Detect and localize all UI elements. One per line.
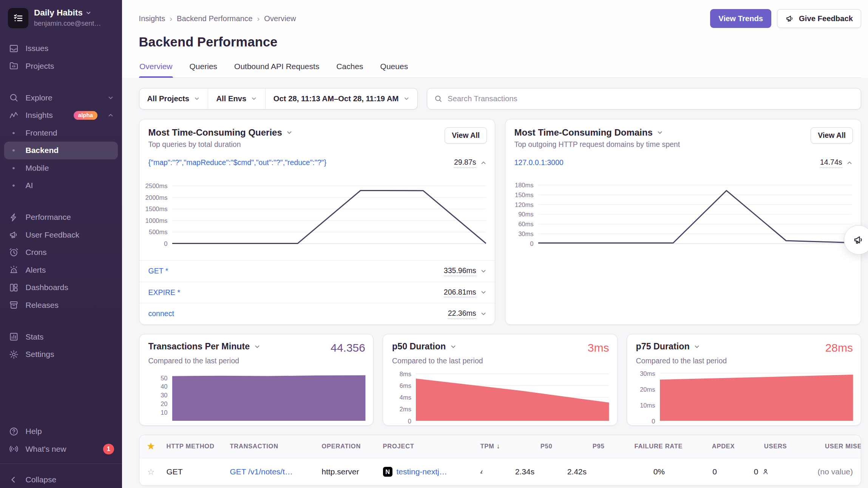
sidebar-item-mobile[interactable]: • Mobile bbox=[0, 159, 122, 177]
metric-value: 3ms bbox=[588, 341, 609, 354]
panel-subtitle: Top outgoing HTTP request domains by tim… bbox=[514, 140, 680, 149]
view-trends-button[interactable]: View Trends bbox=[710, 9, 771, 28]
query-link[interactable]: EXPIRE * bbox=[148, 288, 181, 297]
col-p95[interactable]: P95 bbox=[552, 443, 604, 450]
sidebar-item-dashboards[interactable]: Dashboards bbox=[0, 279, 122, 297]
metric-value: 44.356 bbox=[331, 341, 365, 354]
breadcrumb-overview[interactable]: Overview bbox=[264, 14, 296, 23]
metric-subtitle: Compared to the last period bbox=[383, 357, 617, 365]
chevron-down-icon[interactable] bbox=[286, 129, 293, 136]
breadcrumb-backend-performance[interactable]: Backend Performance bbox=[177, 14, 252, 23]
chevron-down-icon[interactable] bbox=[450, 343, 457, 350]
cell-transaction-link[interactable]: GET /v1/notes/t… bbox=[230, 467, 322, 476]
metric-subtitle: Compared to the last period bbox=[139, 357, 374, 365]
p50-duration-widget: p50 Duration 3ms Compared to the last pe… bbox=[383, 334, 618, 426]
chevron-down-icon bbox=[107, 94, 114, 101]
sidebar-item-alerts[interactable]: Alerts bbox=[0, 261, 122, 279]
tab-overview[interactable]: Overview bbox=[139, 60, 173, 77]
org-switcher[interactable]: Daily Habits benjamin.coe@sent… bbox=[0, 0, 122, 34]
chevron-down-icon[interactable] bbox=[693, 343, 700, 350]
sidebar-item-help[interactable]: Help bbox=[0, 423, 122, 440]
insights-icon bbox=[8, 110, 19, 120]
bullet-icon: • bbox=[8, 128, 19, 137]
query-link[interactable]: GET * bbox=[148, 267, 168, 275]
cell-project-link[interactable]: testing-nextj… bbox=[397, 467, 447, 476]
col-user-misery[interactable]: USER MISERY bbox=[787, 443, 861, 450]
sidebar-item-projects[interactable]: Projects bbox=[0, 57, 122, 75]
query-total-toggle[interactable]: 206.81ms bbox=[444, 288, 487, 298]
queries-view-all-button[interactable]: View All bbox=[445, 127, 487, 144]
tab-outbound-api-requests[interactable]: Outbound API Requests bbox=[234, 60, 320, 77]
tab-caches[interactable]: Caches bbox=[336, 60, 364, 77]
environment-filter[interactable]: All Envs bbox=[208, 88, 265, 109]
star-toggle-icon[interactable]: ☆ bbox=[147, 467, 167, 477]
sidebar-item-releases[interactable]: Releases bbox=[0, 297, 122, 314]
col-tpm[interactable]: TPM↓ bbox=[480, 442, 500, 450]
give-feedback-button[interactable]: Give Feedback bbox=[777, 9, 861, 28]
chevron-down-icon[interactable] bbox=[656, 129, 663, 136]
date-range-filter[interactable]: Oct 28, 11:13 AM–Oct 28, 11:19 AM bbox=[265, 88, 417, 109]
chevron-down-icon bbox=[480, 310, 487, 317]
project-filter[interactable]: All Projects bbox=[139, 88, 208, 109]
query-link[interactable]: {"map":"?","mapReduce":"$cmd","out":"?",… bbox=[148, 158, 327, 167]
tpm-widget: Transactions Per Minute 44.356 Compared … bbox=[139, 334, 374, 426]
tab-queries[interactable]: Queries bbox=[189, 60, 218, 77]
sidebar-item-crons[interactable]: Crons bbox=[0, 244, 122, 261]
col-http-method[interactable]: HTTP METHOD bbox=[167, 443, 230, 450]
breadcrumb: Insights › Backend Performance › Overvie… bbox=[139, 14, 296, 23]
cell-project: N testing-nextj… bbox=[383, 467, 480, 477]
tab-queues[interactable]: Queues bbox=[380, 60, 409, 77]
cell-apdex: 0 bbox=[665, 467, 717, 476]
query-total-toggle[interactable]: 22.36ms bbox=[448, 309, 487, 319]
star-icon[interactable]: ★ bbox=[147, 441, 167, 451]
breadcrumb-separator: › bbox=[257, 14, 259, 23]
query-total-toggle[interactable]: 335.96ms bbox=[444, 266, 487, 276]
chevron-down-icon[interactable] bbox=[254, 343, 261, 350]
col-operation[interactable]: OPERATION bbox=[322, 443, 383, 450]
breadcrumb-insights[interactable]: Insights bbox=[139, 14, 165, 23]
chevron-down-icon bbox=[251, 96, 257, 102]
query-total-toggle[interactable]: 29.87s bbox=[454, 158, 487, 168]
domains-view-all-button[interactable]: View All bbox=[811, 127, 853, 144]
lightning-icon bbox=[8, 212, 19, 222]
sidebar-item-settings[interactable]: Settings bbox=[0, 346, 122, 363]
col-apdex[interactable]: APDEX bbox=[683, 443, 735, 450]
most-time-consuming-queries-panel: Most Time-Consuming Queries Top queries … bbox=[139, 119, 496, 325]
filter-bar: All Projects All Envs Oct 28, 11:13 AM–O… bbox=[139, 88, 862, 110]
p50-chart: 8ms6ms4ms2ms0 bbox=[386, 371, 609, 421]
col-failure-rate[interactable]: FAILURE RATE bbox=[604, 443, 683, 450]
metric-value: 28ms bbox=[825, 341, 853, 354]
query-link[interactable]: connect bbox=[148, 309, 174, 318]
cell-operation: http.server bbox=[322, 467, 383, 476]
table-header-row: ★ HTTP METHOD TRANSACTION OPERATION PROJ… bbox=[139, 435, 861, 459]
cell-http-method: GET bbox=[167, 467, 230, 476]
col-transaction[interactable]: TRANSACTION bbox=[230, 443, 322, 450]
col-users[interactable]: USERS bbox=[735, 443, 787, 450]
sidebar-item-frontend[interactable]: • Frontend bbox=[0, 124, 122, 142]
sidebar-item-insights[interactable]: Insights alpha bbox=[0, 107, 122, 124]
cell-user-misery: (no value) bbox=[769, 467, 853, 476]
query-row-expanded: {"map":"?","mapReduce":"$cmd","out":"?",… bbox=[139, 152, 495, 173]
sidebar-item-performance[interactable]: Performance bbox=[0, 208, 122, 226]
sidebar-item-backend[interactable]: • Backend bbox=[4, 142, 118, 159]
sidebar-item-explore[interactable]: Explore bbox=[0, 89, 122, 107]
projects-icon bbox=[8, 61, 19, 71]
query-row: GET * 335.96ms bbox=[139, 260, 495, 282]
sidebar-item-ai[interactable]: • AI bbox=[0, 177, 122, 195]
bullet-icon: • bbox=[8, 181, 19, 190]
domain-total-toggle[interactable]: 14.74s bbox=[820, 158, 853, 168]
col-project[interactable]: PROJECT bbox=[383, 443, 480, 450]
sidebar-item-issues[interactable]: Issues bbox=[0, 40, 122, 57]
domain-link[interactable]: 127.0.0.1:3000 bbox=[514, 158, 564, 167]
transactions-table: ★ HTTP METHOD TRANSACTION OPERATION PROJ… bbox=[139, 435, 862, 486]
sidebar-collapse-button[interactable]: Collapse bbox=[0, 463, 122, 488]
tab-bar: Overview Queries Outbound API Requests C… bbox=[139, 60, 862, 78]
sidebar-item-stats[interactable]: Stats bbox=[0, 328, 122, 346]
sidebar-item-whats-new[interactable]: What's new 1 bbox=[0, 440, 122, 458]
search-transactions-input[interactable] bbox=[448, 94, 854, 103]
col-p50[interactable]: P50 bbox=[500, 443, 552, 450]
tpm-chart: 5040302010 bbox=[143, 371, 366, 421]
whats-new-badge: 1 bbox=[103, 444, 114, 455]
sidebar-item-user-feedback[interactable]: User Feedback bbox=[0, 226, 122, 244]
cell-p95: 2.42s bbox=[534, 467, 587, 476]
